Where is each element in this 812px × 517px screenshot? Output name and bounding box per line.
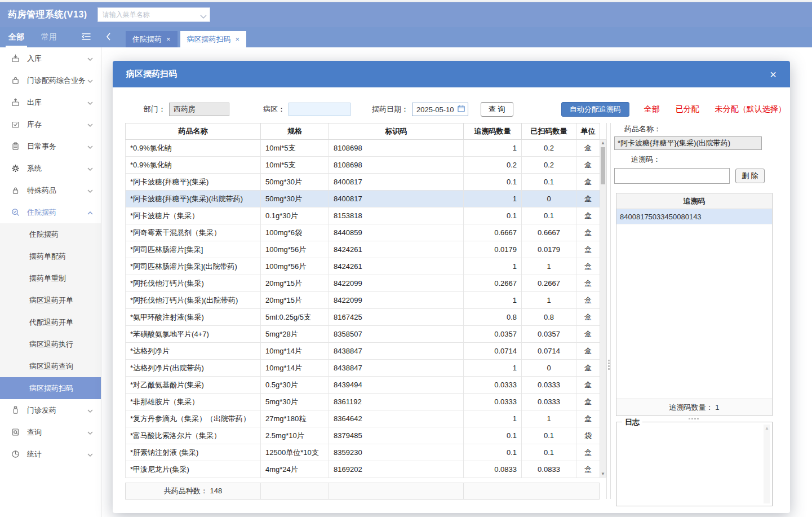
- table-row[interactable]: *肝素钠注射液 (集采)12500单位*10支83592300.10.1盒: [126, 444, 600, 461]
- sidebar-item-门诊发药[interactable]: 门诊发药: [0, 399, 101, 421]
- sidebar-subitem-摆药单配药[interactable]: 摆药单配药: [0, 245, 101, 267]
- sidebar-item-日常事务[interactable]: 日常事务: [0, 135, 101, 157]
- chevron-down-icon: [87, 120, 93, 129]
- menu-search-input[interactable]: [97, 7, 210, 22]
- sidebar-item-库存[interactable]: 库存: [0, 113, 101, 135]
- tab-strip: 全部 常用 住院摆药 × 病区摆药扫码 ×: [0, 27, 812, 47]
- column-header-药品名称[interactable]: 药品名称: [126, 123, 261, 140]
- tab-ward-dispense-scan[interactable]: 病区摆药扫码 ×: [180, 31, 247, 47]
- filter-link-assigned[interactable]: 已分配: [676, 104, 699, 114]
- calendar-icon[interactable]: [458, 105, 465, 114]
- trace-code-list: 追溯码 84008175033450080143 追溯码数量： 1: [616, 193, 773, 416]
- sidebar-subitem-病区退药查询[interactable]: 病区退药查询: [0, 355, 101, 377]
- chevron-down-icon[interactable]: [200, 12, 207, 21]
- sidebar-item-出库[interactable]: 出库: [0, 91, 101, 113]
- table-row[interactable]: *阿托伐他汀钙片(集采)(出院带药)20mg*15片842209911盒: [126, 292, 600, 309]
- scroll-up-icon[interactable]: ▲: [600, 140, 606, 145]
- dept-label: 部门：: [144, 104, 166, 114]
- table-footer: 共药品种数： 148: [125, 483, 600, 500]
- menu-filter-all[interactable]: 全部: [0, 27, 33, 47]
- table-row[interactable]: *氨甲环酸注射液(集采)5ml:0.25g/5支81674250.80.8盒: [126, 309, 600, 326]
- chevron-down-icon: [87, 98, 93, 107]
- log-scroll-up-icon[interactable]: ▲: [764, 426, 770, 431]
- log-scrollbar[interactable]: ▲: [764, 425, 770, 503]
- scroll-tabs-left-icon[interactable]: [106, 33, 111, 42]
- table-scrollbar[interactable]: ▲ ▼: [600, 139, 606, 478]
- tab-inpatient-dispense[interactable]: 住院摆药 ×: [126, 31, 178, 47]
- sidebar-subitem-摆药单重制[interactable]: 摆药单重制: [0, 267, 101, 289]
- menu-filter-common[interactable]: 常用: [33, 27, 65, 47]
- close-tab-icon[interactable]: ×: [236, 35, 240, 43]
- dept-field[interactable]: [169, 103, 229, 116]
- sidebar-subitem-代配退药开单[interactable]: 代配退药开单: [0, 311, 101, 333]
- system-gear-icon: [11, 164, 20, 173]
- inventory-icon: [11, 120, 20, 129]
- sidebar-item-住院摆药[interactable]: 住院摆药: [0, 201, 101, 223]
- sidebar-item-查询[interactable]: 查询: [0, 421, 101, 443]
- delete-button[interactable]: 删 除: [735, 169, 765, 183]
- trace-detail-panel: 药品名称： 追溯码： 删 除 追溯码 84008175033450080143 …: [611, 123, 781, 506]
- table-row[interactable]: *阿托伐他汀钙片(集采)20mg*15片84220990.26670.2667盒: [126, 275, 600, 292]
- table-row[interactable]: *达格列净片10mg*14片84388470.07140.0714盒: [126, 343, 600, 360]
- sidebar-subitem-病区摆药扫码[interactable]: 病区摆药扫码: [0, 377, 101, 399]
- sidebar-item-入库[interactable]: 入库: [0, 47, 101, 69]
- sidebar-subitem-病区退药开单[interactable]: 病区退药开单: [0, 289, 101, 311]
- outbound-icon: [11, 98, 20, 107]
- drug-table-container: 药品名称规格标识码追溯码数量已扫码数量单位 *0.9%氯化钠10ml*5支810…: [125, 123, 606, 506]
- chevron-down-icon: [87, 450, 93, 458]
- inbound-icon: [11, 54, 20, 63]
- close-tab-icon[interactable]: ×: [166, 35, 171, 43]
- table-row[interactable]: *阿卡波糖{拜糖平}(集采)50mg*30片84008170.10.1盒: [126, 174, 600, 191]
- special-drugs-icon: [11, 186, 20, 195]
- table-row[interactable]: *达格列净片(出院带药)10mg*14片843884710盒: [126, 360, 600, 377]
- sidebar-item-统计[interactable]: 统计: [0, 443, 101, 465]
- trace-code-input[interactable]: [614, 168, 730, 184]
- dispense-date-field[interactable]: 2025-05-10: [412, 103, 468, 116]
- vertical-splitter[interactable]: [606, 123, 611, 499]
- table-row[interactable]: *0.9%氯化钠10ml*5支81086980.20.2盒: [126, 157, 600, 174]
- sidebar-subitem-病区退药执行[interactable]: 病区退药执行: [0, 333, 101, 355]
- table-header-row: 药品名称规格标识码追溯码数量已扫码数量单位: [126, 123, 600, 140]
- table-row[interactable]: *阿奇霉素干混悬剂（集采）100mg*6袋84408590.66670.6667…: [126, 224, 600, 241]
- sidebar-subitem-住院摆药[interactable]: 住院摆药: [0, 223, 101, 245]
- table-row[interactable]: *甲泼尼龙片(集采)4mg*24片81692020.08330.0833盒: [126, 461, 600, 478]
- filter-link-all[interactable]: 全部: [644, 104, 660, 114]
- app-title: 药房管理系统(V13): [8, 9, 87, 21]
- table-row[interactable]: *苯磺酸氨氯地平片(4+7)5mg*28片83585070.03570.0357…: [126, 326, 600, 343]
- sidebar-menu: 入库门诊配药综合业务出库库存日常事务系统特殊药品住院摆药住院摆药摆药单配药摆药单…: [0, 47, 101, 517]
- close-icon[interactable]: ×: [770, 69, 776, 80]
- column-header-单位[interactable]: 单位: [576, 123, 600, 140]
- table-row[interactable]: *对乙酰氨基酚片(集采)0.5g*30片84394940.03330.0333盒: [126, 377, 600, 394]
- auto-assign-trace-button[interactable]: 自动分配追溯码: [561, 102, 629, 117]
- filter-link-unassigned[interactable]: 未分配（默认选择）: [715, 104, 786, 114]
- scrollbar-thumb[interactable]: [601, 147, 605, 184]
- sidebar-submenu: 住院摆药摆药单配药摆药单重制病区退药开单代配退药开单病区退药执行病区退药查询病区…: [0, 223, 101, 399]
- column-header-已扫码数量[interactable]: 已扫码数量: [522, 123, 576, 140]
- sidebar-item-系统[interactable]: 系统: [0, 157, 101, 179]
- table-row[interactable]: *阿司匹林肠溶片[集采](出院带药)100mg*56片842426111盒: [126, 258, 600, 275]
- scroll-down-icon[interactable]: ▼: [600, 471, 606, 476]
- log-panel: 日志 ▲: [616, 422, 773, 506]
- sidebar-item-门诊配药综合业务[interactable]: 门诊配药综合业务: [0, 69, 101, 91]
- table-row[interactable]: *阿卡波糖{拜糖平}(集采)(出院带药)50mg*30片840081710盒: [126, 191, 600, 207]
- drug-count-total: 共药品种数： 148: [126, 483, 261, 499]
- table-row[interactable]: *富马酸比索洛尔片（集采）2.5mg*10片83794850.10.1袋: [126, 427, 600, 444]
- table-row[interactable]: *阿司匹林肠溶片[集采]100mg*56片84242610.01790.0179…: [126, 241, 600, 258]
- collapse-menu-icon[interactable]: [81, 33, 91, 42]
- ward-dispense-scan-dialog: 病区摆药扫码 × 部门： 病区： 摆药日期： 2025-05-10 查 询 自动…: [113, 61, 790, 513]
- column-header-追溯码数量[interactable]: 追溯码数量: [464, 123, 522, 140]
- column-header-规格[interactable]: 规格: [261, 123, 329, 140]
- table-row[interactable]: *非那雄胺片（集采）5mg*30片83611920.03330.0333盒: [126, 394, 600, 410]
- column-header-标识码[interactable]: 标识码: [329, 123, 464, 140]
- sidebar-item-特殊药品[interactable]: 特殊药品: [0, 179, 101, 201]
- table-row[interactable]: *阿卡波糖片（集采）0.1g*30片81538180.10.1盒: [126, 207, 600, 224]
- log-label: 日志: [622, 417, 642, 427]
- chevron-down-icon: [87, 186, 93, 195]
- ward-field[interactable]: [289, 103, 350, 116]
- outpatient-dispense-icon: [11, 406, 20, 415]
- table-row[interactable]: *0.9%氯化钠10ml*5支810869810.2盒: [126, 140, 600, 157]
- query-button[interactable]: 查 询: [481, 102, 513, 117]
- chevron-down-icon: [87, 164, 93, 173]
- trace-code-item[interactable]: 84008175033450080143: [616, 209, 772, 224]
- table-row[interactable]: *复方丹参滴丸（集采）（出院带药）27mg*180粒836464211盒: [126, 410, 600, 427]
